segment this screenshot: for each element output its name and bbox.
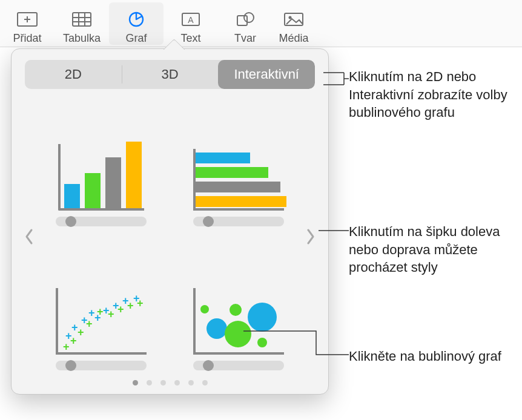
chart-icon (125, 9, 147, 30)
toolbar-chart-button[interactable]: Graf (109, 2, 164, 45)
shape-icon (234, 9, 256, 30)
toolbar-label: Média (279, 32, 308, 45)
textbox-icon: A (180, 9, 202, 30)
toolbar-label: Tvar (234, 32, 256, 45)
callout-arrows: Kliknutím na šipku doleva nebo doprava m… (349, 223, 518, 277)
page-dot[interactable] (160, 380, 166, 386)
page-dot[interactable] (174, 380, 180, 386)
toolbar-shape-button[interactable]: Tvar (218, 2, 273, 45)
style-slider[interactable] (193, 361, 284, 370)
svg-point-12 (244, 13, 254, 22)
page-dot[interactable] (133, 380, 138, 386)
toolbar: Přidat Tabulka Graf A Text Tvar Média (0, 0, 522, 47)
scatter-chart-icon: + + + + + + + + + + + + + + + (53, 282, 150, 355)
toolbar-label: Graf (125, 32, 147, 45)
toolbar-table-button[interactable]: Tabulka (55, 2, 109, 45)
page-dot[interactable] (147, 380, 152, 386)
media-icon (283, 9, 305, 30)
toolbar-text-button[interactable]: A Text (164, 2, 218, 45)
chart-option-scatter[interactable]: + + + + + + + + + + + + + + + (42, 244, 161, 373)
page-dot[interactable] (202, 380, 208, 386)
toolbar-label: Přidat (13, 32, 41, 45)
page-dot[interactable] (188, 380, 194, 386)
tab-interactive[interactable]: Interaktivní (218, 60, 315, 89)
style-slider[interactable] (193, 217, 284, 226)
page-indicator (20, 373, 320, 389)
callout-text: Kliknutím na 2D nebo Interaktivní zobraz… (349, 69, 507, 120)
callout-leader-line (323, 71, 349, 86)
svg-point-14 (289, 16, 292, 19)
callout-bubble: Klikněte na bublinový graf (349, 347, 506, 366)
next-style-arrow[interactable] (302, 212, 320, 261)
prev-style-arrow[interactable] (20, 212, 38, 261)
insert-icon (16, 9, 38, 30)
callout-tabs: Kliknutím na 2D nebo Interaktivní zobraz… (349, 68, 518, 122)
table-icon (71, 9, 93, 30)
callout-leader-line (319, 230, 349, 231)
style-slider[interactable] (56, 361, 147, 370)
chart-option-bar[interactable] (179, 100, 299, 229)
tab-3d[interactable]: 3D (122, 60, 219, 89)
toolbar-insert-button[interactable]: Přidat (0, 2, 55, 45)
toolbar-label: Tabulka (63, 32, 101, 45)
toolbar-media-button[interactable]: Média (273, 2, 315, 45)
callout-text: Klikněte na bublinový graf (349, 349, 501, 364)
callout-text: Kliknutím na šipku doleva nebo doprava m… (349, 224, 500, 275)
svg-text:A: A (188, 15, 194, 25)
bar-chart-icon (190, 138, 287, 211)
column-chart-icon (53, 138, 150, 211)
chart-option-column[interactable] (42, 100, 161, 229)
chart-type-segmented-control: 2D 3D Interaktivní (25, 60, 315, 89)
style-slider[interactable] (56, 217, 147, 226)
callout-leader-line (243, 330, 349, 356)
svg-rect-3 (73, 13, 91, 26)
toolbar-label: Text (180, 32, 200, 45)
tab-2d[interactable]: 2D (25, 60, 122, 89)
